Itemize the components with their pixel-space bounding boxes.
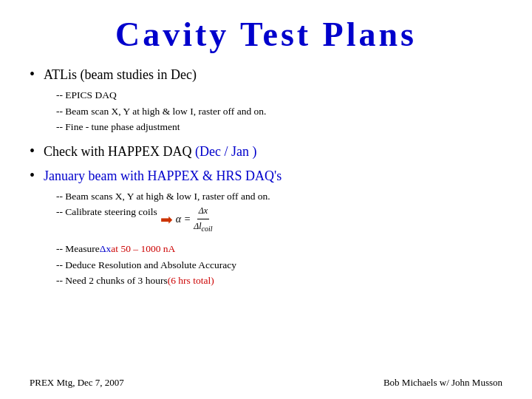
alpha-symbol: α = <box>176 211 191 228</box>
footer-right: Bob Michaels w/ John Musson <box>383 377 502 389</box>
section3-sub-3-text: -- Measure <box>56 241 100 257</box>
fraction-numerator: Δx <box>197 204 209 219</box>
sub-item-1-text: -- EPICS DAQ <box>56 87 117 103</box>
sub-item-2: -- Beam scan X, Y at high & low I, raste… <box>56 103 502 120</box>
section3-sub-4: -- Deduce Resolution and Absolute Accura… <box>56 257 502 273</box>
section2: • Check with HAPPEX DAQ (Dec / Jan ) <box>30 144 502 160</box>
footer: PREX Mtg, Dec 7, 2007 Bob Michaels w/ Jo… <box>30 377 502 389</box>
slide-page: Cavity Test Plans • ATLis (beam studies … <box>0 0 532 399</box>
footer-left: PREX Mtg, Dec 7, 2007 <box>30 377 124 389</box>
section3-sub-2: -- Calibrate steering coils ➡ α = Δx Δlc… <box>56 204 502 235</box>
section3-main: January beam with HAPPEX & HRS DAQ's <box>44 168 282 184</box>
section3-subitems-top: -- Beam scans X, Y at high & low I, rast… <box>56 188 502 235</box>
inline-formula: ➡ α = Δx Δlcoil <box>160 204 214 235</box>
section3-sub-1-text: -- Beam scans X, Y at high & low I, rast… <box>56 188 270 205</box>
section3-sub-5: -- Need 2 chunks of 3 hours (6 hrs total… <box>56 273 502 289</box>
sub-item-1: -- EPICS DAQ <box>56 87 502 103</box>
slide-title: Cavity Test Plans <box>30 15 502 54</box>
sub-item-2-text: -- Beam scan X, Y at high & low I, raste… <box>56 103 266 120</box>
section3-sub-1: -- Beam scans X, Y at high & low I, rast… <box>56 188 502 205</box>
section3-subitems-bottom: -- Measure Δx at 50 – 1000 nA -- Deduce … <box>56 241 502 289</box>
section1: • ATLis (beam studies in Dec) -- EPICS D… <box>30 67 502 135</box>
measure-delta: Δx <box>100 241 111 257</box>
measure-suffix: at 50 – 1000 nA <box>111 241 175 257</box>
section2-main-text: Check with HAPPEX DAQ <box>44 144 192 159</box>
section3: • January beam with HAPPEX & HRS DAQ's -… <box>30 168 502 289</box>
section3-sub-2-text: -- Calibrate steering coils <box>56 204 157 220</box>
section1-subitems: -- EPICS DAQ -- Beam scan X, Y at high &… <box>56 87 502 135</box>
need-suffix: (6 hrs total) <box>168 273 214 289</box>
section3-sub-4-text: -- Deduce Resolution and Absolute Accura… <box>56 257 236 273</box>
section2-main: Check with HAPPEX DAQ (Dec / Jan ) <box>44 144 256 160</box>
section3-row: • January beam with HAPPEX & HRS DAQ's <box>30 168 502 184</box>
fraction-denominator: Δlcoil <box>192 219 214 235</box>
arrow-icon: ➡ <box>160 208 173 231</box>
bullet-1: • <box>30 66 35 83</box>
sub-item-3-text: -- Fine - tune phase adjustment <box>56 119 180 135</box>
section1-main: ATLis (beam studies in Dec) <box>44 67 197 83</box>
section3-sub-5-text: -- Need 2 chunks of 3 hours <box>56 273 168 289</box>
section1-bullet-row: • ATLis (beam studies in Dec) <box>30 67 502 83</box>
section2-row: • Check with HAPPEX DAQ (Dec / Jan ) <box>30 144 502 160</box>
sub-item-3: -- Fine - tune phase adjustment <box>56 119 502 135</box>
bullet-2: • <box>30 143 35 160</box>
section3-sub-3: -- Measure Δx at 50 – 1000 nA <box>56 241 502 257</box>
fraction: Δx Δlcoil <box>192 204 214 235</box>
section2-paren: (Dec / Jan ) <box>192 144 257 159</box>
bullet-3: • <box>30 167 35 184</box>
